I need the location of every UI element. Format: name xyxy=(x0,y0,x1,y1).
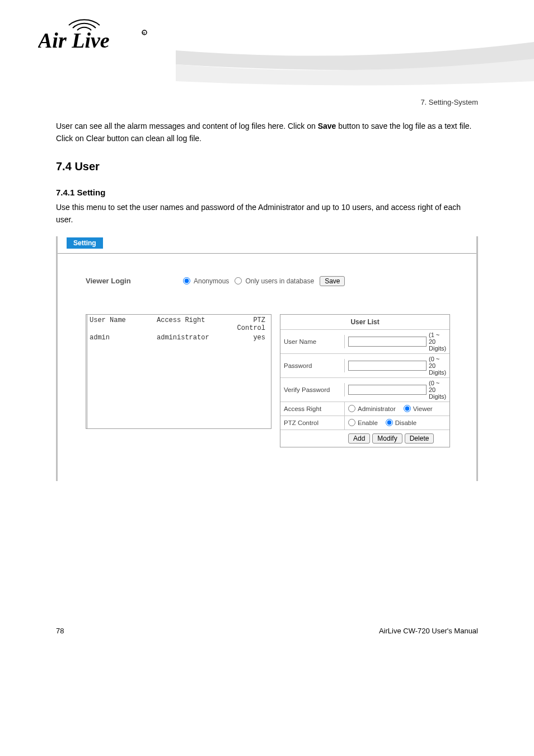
username-input[interactable] xyxy=(348,337,427,347)
modify-button[interactable]: Modify xyxy=(372,433,402,444)
viewer-login-label: Viewer Login xyxy=(86,277,170,285)
intro-prefix: User can see all the alarm messages and … xyxy=(56,122,318,130)
ptz-control-label: PTZ Control xyxy=(280,416,345,430)
password-row: Password (0 ~ 20 Digits) xyxy=(280,354,449,378)
verify-password-hint: (0 ~ 20 Digits) xyxy=(429,380,446,400)
svg-text:R: R xyxy=(143,31,146,35)
delete-button[interactable]: Delete xyxy=(405,433,434,444)
col-username: User Name xyxy=(90,316,157,332)
access-admin-radio[interactable] xyxy=(348,405,355,412)
row-access: administrator xyxy=(157,334,224,342)
verify-password-input[interactable] xyxy=(348,385,427,395)
ptz-disable-option: Disable xyxy=(395,419,416,426)
viewer-login-database-label: Only users in database xyxy=(245,277,314,285)
access-right-row: Access Right Administrator Viewer xyxy=(280,402,449,416)
settings-panel: Viewer Login Anonymous Only users in dat… xyxy=(58,254,476,481)
section-number: 7.4 xyxy=(56,160,72,172)
verify-password-label: Verify Password xyxy=(280,383,345,396)
viewer-login-database-radio[interactable] xyxy=(235,277,242,284)
ptz-control-row: PTZ Control Enable Disable xyxy=(280,416,449,430)
chapter-reference: 7. Setting-System xyxy=(56,98,478,106)
row-ptz: yes xyxy=(224,334,269,342)
access-viewer-radio[interactable] xyxy=(404,405,411,412)
add-button[interactable]: Add xyxy=(348,433,370,444)
viewer-login-row: Viewer Login Anonymous Only users in dat… xyxy=(86,276,448,286)
password-input[interactable] xyxy=(348,361,427,371)
user-columns: User Name Access Right PTZ Control admin… xyxy=(86,314,448,447)
username-row: User Name (1 ~ 20 Digits) xyxy=(280,330,449,354)
section-heading: 7.4 User xyxy=(56,160,478,173)
settings-screenshot: Setting Viewer Login Anonymous Only user… xyxy=(56,236,478,481)
row-username: admin xyxy=(90,334,157,342)
access-viewer-option: Viewer xyxy=(413,405,433,412)
footer-manual-title: AirLive CW-720 User's Manual xyxy=(379,627,478,635)
subsection-heading: 7.4.1 Setting xyxy=(56,188,478,197)
table-row[interactable]: admin administrator yes xyxy=(87,334,271,343)
col-ptz: PTZ Control xyxy=(224,316,269,332)
logo: Air Live R xyxy=(0,0,534,58)
ptz-enable-radio[interactable] xyxy=(348,419,355,426)
user-form: User List User Name (1 ~ 20 Digits) Pass… xyxy=(280,314,450,447)
username-hint: (1 ~ 20 Digits) xyxy=(429,332,446,352)
tab-setting[interactable]: Setting xyxy=(67,237,103,249)
page-number: 78 xyxy=(56,627,64,635)
page-header: Air Live R xyxy=(0,0,534,98)
airlive-logo-icon: Air Live R xyxy=(38,17,150,56)
save-button[interactable]: Save xyxy=(320,276,345,286)
user-form-title: User List xyxy=(280,315,449,330)
section-title: User xyxy=(74,160,99,172)
viewer-login-anonymous-radio[interactable] xyxy=(183,277,190,284)
ptz-enable-option: Enable xyxy=(358,419,378,426)
page-footer: 78 AirLive CW-720 User's Manual xyxy=(0,627,534,657)
intro-bold: Save xyxy=(318,122,336,130)
existing-users-table: User Name Access Right PTZ Control admin… xyxy=(86,314,271,429)
form-button-row: Add Modify Delete xyxy=(280,430,449,447)
ptz-disable-radio[interactable] xyxy=(386,419,393,426)
verify-password-row: Verify Password (0 ~ 20 Digits) xyxy=(280,378,449,402)
intro-paragraph: User can see all the alarm messages and … xyxy=(56,120,478,144)
access-right-label: Access Right xyxy=(280,402,345,416)
col-access: Access Right xyxy=(157,316,224,332)
access-admin-option: Administrator xyxy=(358,405,396,412)
subsection-paragraph: Use this menu to set the user names and … xyxy=(56,202,478,226)
username-label: User Name xyxy=(280,335,345,348)
table-header-row: User Name Access Right PTZ Control xyxy=(87,315,271,334)
password-label: Password xyxy=(280,359,345,372)
viewer-login-anonymous-label: Anonymous xyxy=(194,277,229,285)
viewer-login-options: Anonymous Only users in database Save xyxy=(183,276,345,286)
svg-text:Air Live: Air Live xyxy=(38,29,110,52)
tab-strip: Setting xyxy=(58,236,476,249)
doc-body: 7. Setting-System User can see all the a… xyxy=(0,98,534,481)
password-hint: (0 ~ 20 Digits) xyxy=(429,356,446,376)
